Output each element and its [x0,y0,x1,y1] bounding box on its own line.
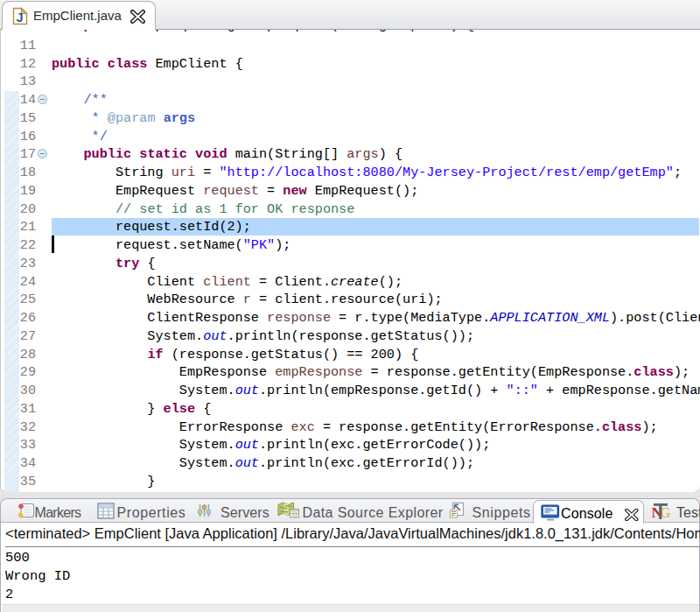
svg-text:J: J [17,11,24,25]
